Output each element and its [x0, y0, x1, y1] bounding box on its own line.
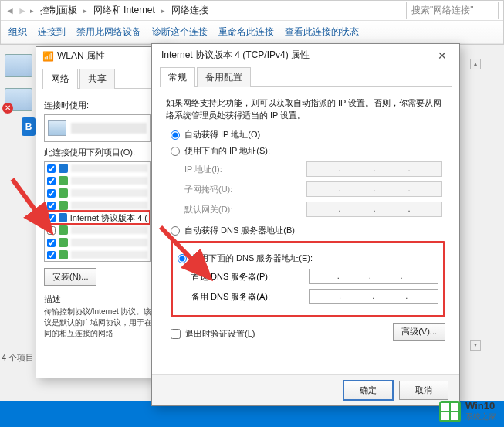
explorer-toolbar: 组织 连接到 禁用此网络设备 诊断这个连接 重命名此连接 查看此连接的状态 — [1, 21, 503, 44]
watermark-title: Win10 — [465, 400, 496, 412]
radio-auto-dns-input[interactable] — [171, 226, 180, 236]
gateway-label: 默认网关(D): — [184, 204, 300, 215]
proto-check[interactable] — [47, 251, 56, 259]
radio-manual-dns-input[interactable] — [178, 254, 187, 263]
radio-manual-dns[interactable]: 使用下面的 DNS 服务器地址(E): — [178, 252, 438, 264]
proto-icon — [59, 176, 68, 185]
adapter-icon[interactable] — [5, 54, 32, 77]
radio-manual-dns-label: 使用下面的 DNS 服务器地址(E): — [191, 252, 313, 264]
radio-auto-ip-label: 自动获得 IP 地址(O) — [184, 129, 260, 141]
ok-button[interactable]: 确定 — [343, 381, 393, 400]
protocol-list[interactable]: Internet 协议版本 4 ( — [44, 161, 151, 262]
tab-alt-config[interactable]: 备用配置 — [197, 67, 251, 87]
adapter-disabled-icon[interactable] — [5, 88, 32, 111]
bluetooth-icon[interactable]: B — [22, 117, 36, 136]
connect-using-label: 连接时使用: — [44, 100, 161, 111]
advanced-button[interactable]: 高级(V)... — [393, 323, 445, 341]
watermark-logo-icon — [439, 401, 461, 422]
proto-ipv4-check[interactable] — [47, 214, 56, 222]
toolbar-rename[interactable]: 重命名此连接 — [218, 25, 274, 39]
proto-ipv4-label: Internet 协议版本 4 ( — [70, 212, 147, 224]
proto-text-blurred — [71, 226, 147, 234]
nav-fwd-icon[interactable]: ► — [18, 5, 27, 16]
proto-icon — [59, 225, 68, 235]
crumb-control-panel[interactable]: 控制面板 — [37, 2, 80, 19]
tab-general[interactable]: 常规 — [160, 67, 195, 87]
crumb-network-connections[interactable]: 网络连接 — [168, 2, 211, 19]
status-item-count: 4 个项目 — [2, 352, 34, 364]
proto-check[interactable] — [47, 226, 56, 235]
proto-icon — [59, 213, 67, 222]
description-text: 传输控制协议/Internet 协议。该协议是默认的广域网协议，用于在不同的相互… — [44, 307, 161, 339]
dialog-footer: 确定 取消 — [152, 374, 459, 405]
ipv4-properties-dialog: Internet 协议版本 4 (TCP/IPv4) 属性 ✕ 常规 备用配置 … — [151, 43, 460, 406]
ipv4-title: Internet 协议版本 4 (TCP/IPv4) 属性 — [161, 49, 310, 62]
proto-icon — [59, 188, 68, 198]
alternate-dns-field[interactable]: ... — [309, 289, 438, 304]
validate-on-exit-label: 退出时验证设置(L) — [185, 328, 255, 340]
radio-auto-dns-label: 自动获得 DNS 服务器地址(B) — [184, 225, 295, 236]
close-button[interactable]: ✕ — [433, 49, 452, 62]
toolbar-status[interactable]: 查看此连接的状态 — [285, 25, 359, 39]
proto-text-blurred — [71, 239, 147, 246]
preferred-dns-field[interactable]: ... — [309, 269, 438, 284]
dns-mode-group: 自动获得 DNS 服务器地址(B) 使用下面的 DNS 服务器地址(E): 首选… — [171, 225, 445, 317]
wlan-icon: 📶 — [42, 51, 54, 62]
ip-address-field: ... — [306, 161, 442, 177]
toolbar-connect[interactable]: 连接到 — [38, 25, 66, 39]
proto-text-blurred — [71, 177, 147, 185]
ip-mode-group: 自动获得 IP 地址(O) 使用下面的 IP 地址(S): IP 地址(I):.… — [171, 129, 445, 217]
proto-icon — [59, 250, 68, 259]
wlan-title-bar: 📶 WLAN 属性 — [36, 47, 169, 65]
install-button[interactable]: 安装(N)... — [44, 268, 96, 286]
scroll-up-icon[interactable]: ▴ — [470, 59, 481, 69]
proto-icon — [59, 238, 68, 247]
proto-text-blurred — [71, 202, 147, 209]
search-input[interactable]: 搜索"网络连接" — [406, 2, 499, 19]
explorer-window: ◄ ► ▸ 控制面板 ▸ 网络和 Internet ▸ 网络连接 搜索"网络连接… — [0, 0, 504, 45]
adapter-select[interactable] — [44, 114, 151, 142]
cancel-button[interactable]: 取消 — [399, 381, 448, 400]
proto-ipv4-row[interactable]: Internet 协议版本 4 ( — [45, 212, 150, 224]
crumb-network-internet[interactable]: 网络和 Internet — [90, 2, 158, 19]
proto-text-blurred — [71, 251, 147, 259]
proto-check[interactable] — [47, 164, 56, 173]
wlan-title: WLAN 属性 — [57, 49, 105, 63]
preferred-dns-label: 首选 DNS 服务器(P): — [191, 271, 303, 283]
proto-check[interactable] — [47, 177, 56, 185]
gateway-field: ... — [306, 202, 442, 217]
radio-auto-ip[interactable]: 自动获得 IP 地址(O) — [171, 129, 445, 141]
wlan-properties-dialog: 📶 WLAN 属性 网络 共享 连接时使用: 此连接使用下列项目(O): Int… — [36, 46, 170, 378]
subnet-mask-label: 子网掩码(U): — [184, 184, 300, 195]
radio-manual-ip-label: 使用下面的 IP 地址(S): — [184, 145, 270, 157]
radio-auto-dns[interactable]: 自动获得 DNS 服务器地址(B) — [171, 225, 445, 236]
tab-network[interactable]: 网络 — [42, 69, 78, 89]
toolbar-disable[interactable]: 禁用此网络设备 — [76, 25, 141, 39]
radio-manual-ip-input[interactable] — [171, 147, 180, 156]
radio-manual-ip[interactable]: 使用下面的 IP 地址(S): — [171, 145, 445, 157]
watermark: Win10 系统之家 — [439, 400, 496, 422]
radio-auto-ip-input[interactable] — [171, 130, 180, 140]
description-heading: 描述 — [44, 293, 161, 305]
proto-icon — [59, 201, 68, 210]
dns-highlight-box: 使用下面的 DNS 服务器地址(E): 首选 DNS 服务器(P):... 备用… — [171, 241, 445, 317]
toolbar-diagnose[interactable]: 诊断这个连接 — [152, 25, 208, 39]
nav-back-icon[interactable]: ◄ — [5, 5, 15, 16]
ip-address-label: IP 地址(I): — [184, 164, 300, 175]
tab-sharing[interactable]: 共享 — [79, 69, 115, 89]
alternate-dns-label: 备用 DNS 服务器(A): — [191, 291, 303, 303]
scroll-down-icon[interactable]: ▾ — [470, 340, 481, 351]
proto-text-blurred — [71, 189, 147, 197]
subnet-mask-field: ... — [306, 181, 442, 197]
ipv4-intro-text: 如果网络支持此功能，则可以获取自动指派的 IP 设置。否则，你需要从网络系统管理… — [166, 97, 445, 121]
watermark-subtitle: 系统之家 — [465, 412, 496, 422]
adapter-icons: B — [5, 54, 36, 136]
breadcrumb: ◄ ► ▸ 控制面板 ▸ 网络和 Internet ▸ 网络连接 搜索"网络连接… — [1, 1, 503, 21]
toolbar-organize[interactable]: 组织 — [8, 25, 27, 39]
proto-check[interactable] — [47, 239, 56, 247]
proto-check[interactable] — [47, 189, 56, 198]
adapter-name-blurred — [71, 123, 147, 134]
proto-text-blurred — [71, 164, 147, 172]
proto-check[interactable] — [47, 202, 56, 210]
validate-on-exit-checkbox[interactable] — [171, 329, 181, 339]
